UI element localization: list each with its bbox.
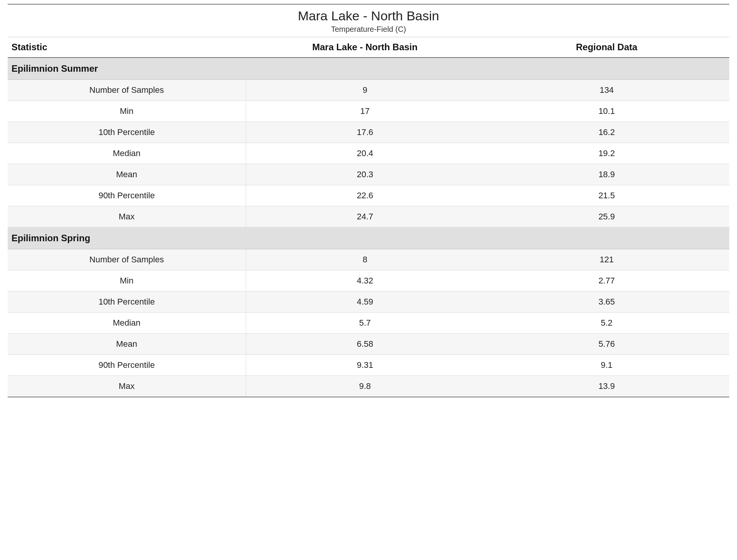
- stat-name-cell: Median: [8, 313, 246, 334]
- region-value-cell: 2.77: [484, 270, 729, 292]
- table-row: Mean6.585.76: [8, 334, 729, 355]
- section-name: Epilimnion Summer: [8, 58, 729, 80]
- stat-name-cell: Mean: [8, 164, 246, 185]
- site-value-cell: 5.7: [246, 313, 484, 334]
- stats-table: Statistic Mara Lake - North Basin Region…: [8, 37, 729, 397]
- stat-name-cell: Min: [8, 270, 246, 292]
- table-row: Min1710.1: [8, 101, 729, 122]
- site-value-cell: 20.4: [246, 143, 484, 164]
- site-value-cell: 8: [246, 249, 484, 270]
- region-value-cell: 21.5: [484, 185, 729, 206]
- section-header: Epilimnion Spring: [8, 227, 729, 249]
- table-row: Number of Samples8121: [8, 249, 729, 270]
- region-value-cell: 134: [484, 80, 729, 101]
- report-title: Mara Lake - North Basin: [8, 8, 729, 23]
- table-row: 10th Percentile17.616.2: [8, 122, 729, 143]
- table-row: Number of Samples9134: [8, 80, 729, 101]
- table-row: 10th Percentile4.593.65: [8, 292, 729, 313]
- stat-name-cell: Mean: [8, 334, 246, 355]
- stat-name-cell: Min: [8, 101, 246, 122]
- site-value-cell: 4.32: [246, 270, 484, 292]
- stat-name-cell: 90th Percentile: [8, 355, 246, 376]
- site-value-cell: 9: [246, 80, 484, 101]
- site-value-cell: 20.3: [246, 164, 484, 185]
- region-value-cell: 16.2: [484, 122, 729, 143]
- region-value-cell: 5.76: [484, 334, 729, 355]
- title-block: Mara Lake - North Basin Temperature-Fiel…: [8, 5, 729, 37]
- region-value-cell: 19.2: [484, 143, 729, 164]
- table-row: 90th Percentile22.621.5: [8, 185, 729, 206]
- stat-name-cell: Max: [8, 206, 246, 227]
- stat-name-cell: Median: [8, 143, 246, 164]
- col-header-site: Mara Lake - North Basin: [246, 37, 484, 58]
- region-value-cell: 9.1: [484, 355, 729, 376]
- stat-name-cell: 90th Percentile: [8, 185, 246, 206]
- region-value-cell: 5.2: [484, 313, 729, 334]
- table-row: Min4.322.77: [8, 270, 729, 292]
- region-value-cell: 18.9: [484, 164, 729, 185]
- section-header: Epilimnion Summer: [8, 58, 729, 80]
- col-header-statistic: Statistic: [8, 37, 246, 58]
- site-value-cell: 4.59: [246, 292, 484, 313]
- table-row: Max9.813.9: [8, 376, 729, 397]
- section-name: Epilimnion Spring: [8, 227, 729, 249]
- report-subtitle: Temperature-Field (C): [8, 25, 729, 34]
- stat-name-cell: 10th Percentile: [8, 292, 246, 313]
- site-value-cell: 9.31: [246, 355, 484, 376]
- table-row: Max24.725.9: [8, 206, 729, 227]
- col-header-region: Regional Data: [484, 37, 729, 58]
- stat-name-cell: Max: [8, 376, 246, 397]
- stat-name-cell: 10th Percentile: [8, 122, 246, 143]
- site-value-cell: 17.6: [246, 122, 484, 143]
- region-value-cell: 3.65: [484, 292, 729, 313]
- table-row: Median20.419.2: [8, 143, 729, 164]
- site-value-cell: 22.6: [246, 185, 484, 206]
- region-value-cell: 13.9: [484, 376, 729, 397]
- site-value-cell: 9.8: [246, 376, 484, 397]
- report-container: Mara Lake - North Basin Temperature-Fiel…: [8, 4, 729, 397]
- table-row: Median5.75.2: [8, 313, 729, 334]
- site-value-cell: 6.58: [246, 334, 484, 355]
- column-header-row: Statistic Mara Lake - North Basin Region…: [8, 37, 729, 58]
- table-row: Mean20.318.9: [8, 164, 729, 185]
- stat-name-cell: Number of Samples: [8, 249, 246, 270]
- stat-name-cell: Number of Samples: [8, 80, 246, 101]
- table-row: 90th Percentile9.319.1: [8, 355, 729, 376]
- region-value-cell: 10.1: [484, 101, 729, 122]
- site-value-cell: 24.7: [246, 206, 484, 227]
- site-value-cell: 17: [246, 101, 484, 122]
- region-value-cell: 25.9: [484, 206, 729, 227]
- region-value-cell: 121: [484, 249, 729, 270]
